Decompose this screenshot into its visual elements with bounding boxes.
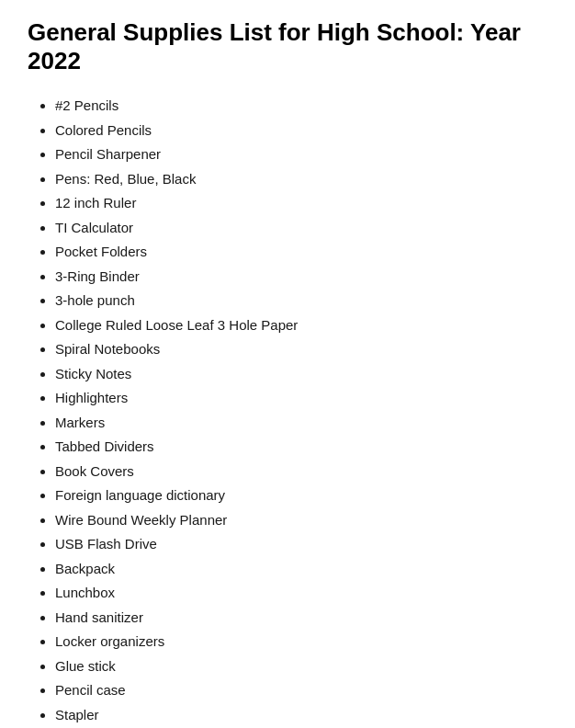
list-item: Markers	[55, 411, 547, 435]
list-item: Backpack	[55, 557, 547, 581]
list-item: Tabbed Dividers	[55, 435, 547, 459]
list-item: Pencil Sharpener	[55, 142, 547, 166]
list-item: Hand sanitizer	[55, 606, 547, 630]
list-item: 12 inch Ruler	[55, 191, 547, 215]
supplies-list: #2 PencilsColored PencilsPencil Sharpene…	[28, 94, 547, 728]
list-item: Sticky Notes	[55, 362, 547, 386]
list-item: Lunchbox	[55, 581, 547, 605]
list-item: Locker organizers	[55, 630, 547, 654]
page-title: General Supplies List for High School: Y…	[28, 18, 547, 75]
list-item: USB Flash Drive	[55, 532, 547, 556]
list-item: Glue stick	[55, 654, 547, 678]
list-item: Pens: Red, Blue, Black	[55, 167, 547, 191]
list-item: TI Calculator	[55, 216, 547, 240]
list-item: College Ruled Loose Leaf 3 Hole Paper	[55, 313, 547, 337]
list-item: Highlighters	[55, 386, 547, 410]
list-item: Stapler	[55, 703, 547, 727]
list-item: Foreign language dictionary	[55, 483, 547, 507]
list-item: #2 Pencils	[55, 94, 547, 118]
list-item: Book Covers	[55, 460, 547, 483]
list-item: 3-hole punch	[55, 289, 547, 313]
list-item: 3-Ring Binder	[55, 265, 547, 289]
list-item: Pocket Folders	[55, 240, 547, 264]
list-item: Spiral Notebooks	[55, 337, 547, 361]
list-item: Wire Bound Weekly Planner	[55, 508, 547, 532]
list-item: Pencil case	[55, 678, 547, 702]
list-item: Colored Pencils	[55, 119, 547, 142]
